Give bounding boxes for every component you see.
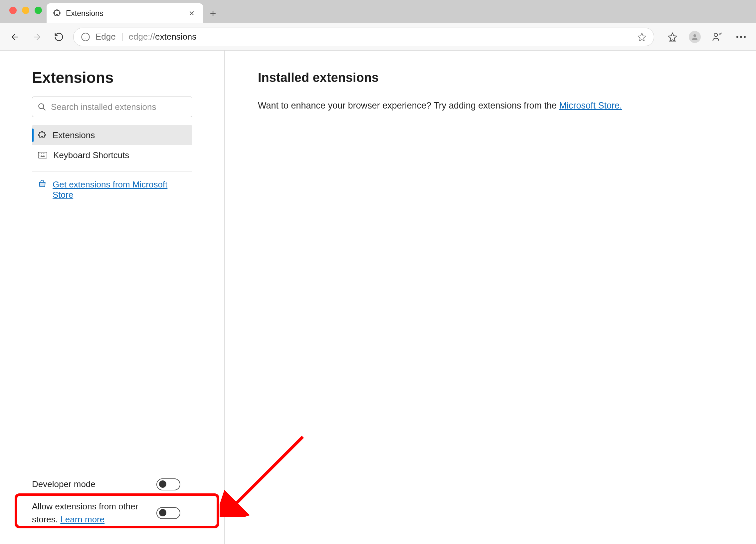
refresh-button[interactable] xyxy=(51,29,67,45)
address-bar[interactable]: Edge | edge://extensions xyxy=(73,28,654,46)
other-stores-label: Allow extensions from other stores. Lear… xyxy=(32,500,152,526)
developer-mode-label: Developer mode xyxy=(32,478,152,491)
keyboard-icon xyxy=(38,152,47,158)
sidebar-item-label: Keyboard Shortcuts xyxy=(53,150,129,160)
get-extensions-link[interactable]: Get extensions from Microsoft Store xyxy=(53,179,186,200)
main-body-text: Want to enhance your browser experience?… xyxy=(258,99,723,112)
back-button[interactable] xyxy=(7,29,23,45)
url-separator: | xyxy=(121,32,123,42)
maximize-window-button[interactable] xyxy=(35,7,42,14)
developer-mode-toggle[interactable] xyxy=(156,478,180,490)
svg-point-0 xyxy=(82,33,89,41)
svg-point-3 xyxy=(714,33,717,36)
browser-toolbar: Edge | edge://extensions xyxy=(0,23,756,51)
learn-more-link[interactable]: Learn more xyxy=(60,514,104,524)
url-identity-label: Edge xyxy=(95,32,116,42)
sidebar-item-keyboard-shortcuts[interactable]: Keyboard Shortcuts xyxy=(32,145,192,165)
window-controls xyxy=(9,7,42,14)
close-window-button[interactable] xyxy=(9,7,17,14)
divider xyxy=(32,463,192,463)
profile-avatar[interactable] xyxy=(689,31,701,43)
other-stores-row: Allow extensions from other stores. Lear… xyxy=(32,495,192,531)
feedback-icon[interactable] xyxy=(709,29,725,45)
forward-button[interactable] xyxy=(29,29,45,45)
search-extensions-field[interactable] xyxy=(51,102,187,112)
svg-point-6 xyxy=(744,36,746,38)
browser-tab[interactable]: Extensions × xyxy=(47,3,203,23)
tab-close-button[interactable]: × xyxy=(187,8,196,19)
sidebar-item-label: Extensions xyxy=(53,130,95,140)
divider xyxy=(32,171,192,171)
search-extensions-input[interactable] xyxy=(32,96,192,117)
favorites-icon[interactable] xyxy=(665,29,680,45)
settings-more-icon[interactable] xyxy=(733,29,749,45)
edge-logo-icon xyxy=(81,32,90,42)
main-heading: Installed extensions xyxy=(258,71,723,85)
new-tab-button[interactable]: + xyxy=(203,3,223,23)
main-content: Installed extensions Want to enhance you… xyxy=(225,51,756,544)
sidebar-item-extensions[interactable]: Extensions xyxy=(32,125,192,145)
url-text: edge://extensions xyxy=(129,32,632,42)
extension-icon xyxy=(38,131,47,139)
favorite-star-icon[interactable] xyxy=(637,32,647,42)
svg-point-4 xyxy=(736,36,738,38)
minimize-window-button[interactable] xyxy=(22,7,29,14)
page-body: Extensions Extensions Keyboard Shortcuts xyxy=(0,51,756,544)
extension-icon xyxy=(53,9,61,17)
svg-line-8 xyxy=(43,108,45,110)
toolbar-right-controls xyxy=(661,29,749,45)
svg-point-5 xyxy=(740,36,742,38)
tab-strip: Extensions × + xyxy=(0,0,756,23)
developer-mode-row: Developer mode xyxy=(32,473,192,495)
get-extensions-row: Get extensions from Microsoft Store xyxy=(32,177,192,200)
search-icon xyxy=(38,102,46,111)
svg-rect-9 xyxy=(38,152,47,158)
page-title: Extensions xyxy=(32,69,192,87)
tab-title: Extensions xyxy=(66,9,182,18)
svg-point-2 xyxy=(693,34,696,37)
other-stores-toggle[interactable] xyxy=(156,507,180,519)
sidebar: Extensions Extensions Keyboard Shortcuts xyxy=(0,51,225,544)
microsoft-store-link[interactable]: Microsoft Store. xyxy=(559,100,622,110)
store-icon xyxy=(38,179,47,200)
